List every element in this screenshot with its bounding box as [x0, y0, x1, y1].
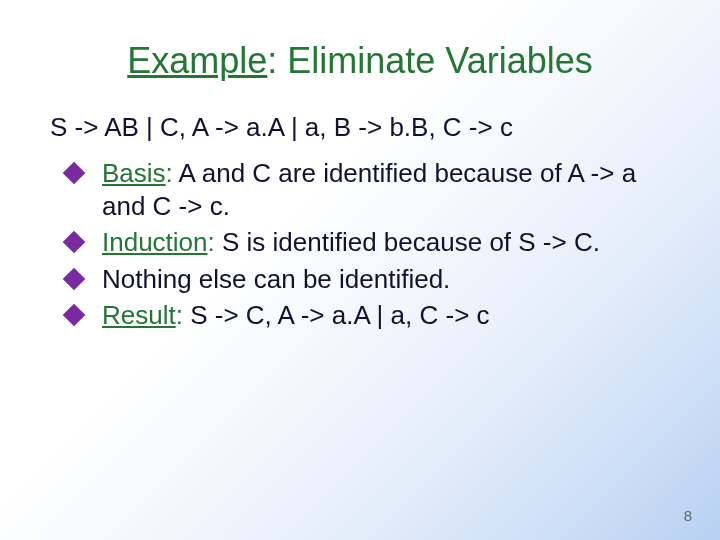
bullet-icon	[63, 304, 86, 327]
slide: Example: Eliminate Variables S -> AB | C…	[0, 0, 720, 540]
bullet-text: S is identified because of S -> C.	[215, 227, 600, 257]
list-item: Induction: S is identified because of S …	[60, 226, 670, 259]
slide-title: Example: Eliminate Variables	[50, 40, 670, 82]
bullet-icon	[63, 267, 86, 290]
bullet-lead-ul: Basis	[102, 158, 166, 188]
bullet-text: A and C are identified because of A -> a…	[102, 158, 636, 221]
title-underlined: Example	[127, 40, 267, 81]
bullet-lead-rest: :	[166, 158, 173, 188]
grammar-line: S -> AB | C, A -> a.A | a, B -> b.B, C -…	[50, 112, 670, 143]
bullet-icon	[63, 231, 86, 254]
bullet-lead-ul: Result	[102, 300, 176, 330]
list-item: Result: S -> C, A -> a.A | a, C -> c	[60, 299, 670, 332]
page-number: 8	[684, 507, 692, 524]
bullet-text: Nothing else can be identified.	[102, 264, 450, 294]
list-item: Nothing else can be identified.	[60, 263, 670, 296]
bullet-lead-rest: :	[208, 227, 215, 257]
bullet-lead-rest: :	[176, 300, 183, 330]
bullet-icon	[63, 162, 86, 185]
bullet-text: S -> C, A -> a.A | a, C -> c	[183, 300, 490, 330]
title-rest: : Eliminate Variables	[267, 40, 592, 81]
bullet-lead-ul: Induction	[102, 227, 208, 257]
bullet-list: Basis: A and C are identified because of…	[60, 157, 670, 332]
list-item: Basis: A and C are identified because of…	[60, 157, 670, 222]
